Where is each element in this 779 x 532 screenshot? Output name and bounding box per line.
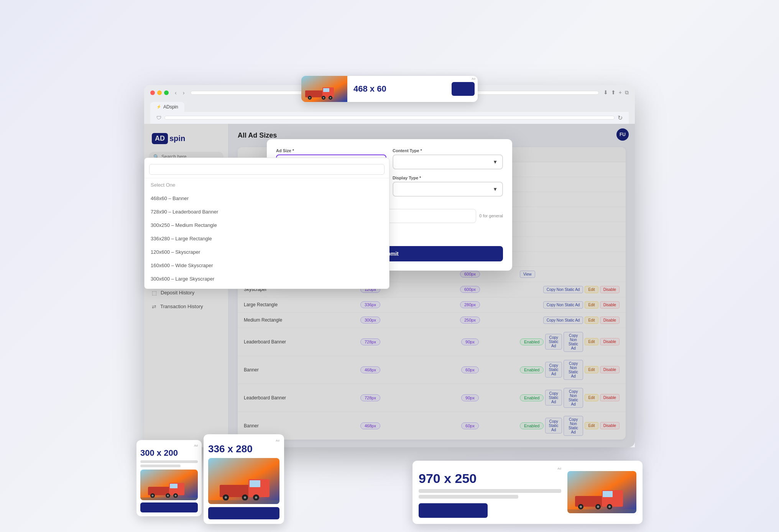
small-ad-cta	[140, 502, 198, 512]
modal-overlay: Ad Size * Select One ▲ Content Type * ▼	[144, 124, 635, 447]
dropdown-search-container	[145, 161, 389, 178]
content-type-label: Content Type *	[393, 148, 503, 153]
dropdown-option-2[interactable]: 728x90 – Leaderboard Banner	[145, 205, 389, 218]
wide-ad-label: Ad	[419, 467, 561, 470]
dropdown-option-3[interactable]: 300x250 – Medium Rectangle	[145, 218, 389, 232]
svg-rect-42	[567, 509, 636, 513]
svg-point-39	[597, 506, 599, 508]
wide-ad-content: Ad 970 x 250	[419, 467, 561, 518]
svg-point-15	[152, 494, 154, 496]
traffic-lights	[150, 90, 169, 95]
medium-ad-size: 336 x 280	[208, 443, 279, 455]
svg-point-37	[580, 506, 582, 508]
content-type-group: Content Type * ▼	[393, 148, 503, 169]
svg-rect-24	[250, 480, 260, 487]
banner-ad-size: 468 x 60	[353, 84, 386, 94]
banner-ad-image	[301, 76, 347, 102]
new-tab-icon[interactable]: +	[619, 89, 622, 96]
svg-rect-35	[603, 491, 613, 497]
url-bar[interactable]	[164, 116, 615, 120]
chevron-down-icon: ▼	[493, 159, 498, 165]
ad-size-label: Ad Size *	[276, 148, 386, 153]
small-ad-line-1	[140, 460, 198, 463]
address-bar-row: 🛡 ↻	[150, 112, 629, 124]
medium-ad-widget: Ad 336 x 280	[204, 434, 284, 524]
modal-dialog: Ad Size * Select One ▲ Content Type * ▼	[267, 139, 512, 271]
small-ad-line-2	[140, 465, 181, 467]
wide-ad-cta	[419, 503, 488, 518]
svg-rect-31	[208, 500, 279, 504]
security-icon: 🛡	[156, 115, 161, 121]
display-type-select[interactable]: ▼	[393, 182, 503, 197]
display-type-label: Display Type *	[393, 176, 503, 180]
dropdown-option-4[interactable]: 336x280 – Large Rectangle	[145, 232, 389, 245]
wide-ad-line-1	[419, 489, 561, 493]
amount-hint: 0 for general	[479, 213, 503, 218]
svg-point-26	[225, 496, 227, 499]
svg-point-9	[330, 97, 331, 99]
maximize-button[interactable]	[164, 90, 169, 95]
ad-size-dropdown: Select One 468x60 – Banner 728x90 – Lead…	[144, 158, 390, 289]
banner-ad-label: Ad	[472, 77, 475, 80]
medium-ad-cta	[208, 507, 279, 519]
browser-actions: ⬇ ⬆ + ⧉	[603, 89, 629, 96]
svg-point-30	[255, 496, 257, 499]
dropdown-option-6[interactable]: 160x600 – Wide Skyscraper	[145, 259, 389, 272]
content-type-select[interactable]: ▼	[393, 154, 503, 169]
svg-point-41	[608, 506, 611, 508]
dropdown-option-1[interactable]: 468x60 – Banner	[145, 192, 389, 205]
wide-ad-widget: Ad 970 x 250	[413, 461, 643, 524]
tab-label: ADspin	[163, 104, 178, 110]
svg-point-28	[244, 496, 246, 499]
small-ad-widget: Ad 300 x 200	[136, 440, 202, 516]
tab-icon: ⚡	[156, 105, 161, 109]
tab-bar: ⚡ ADspin	[150, 102, 629, 112]
svg-point-5	[309, 97, 311, 99]
medium-ad-label: Ad	[208, 439, 279, 442]
reload-icon[interactable]: ↻	[618, 114, 623, 122]
banner-ad-cta[interactable]	[452, 82, 475, 96]
banner-ad-content: 468 x 60	[347, 84, 452, 94]
dropdown-search-input[interactable]	[149, 164, 385, 175]
svg-point-19	[175, 494, 177, 496]
dropdown-option-7[interactable]: 300x600 – Large Skyscraper	[145, 272, 389, 286]
svg-point-17	[167, 494, 169, 496]
close-button[interactable]	[150, 90, 155, 95]
active-tab[interactable]: ⚡ ADspin	[150, 102, 184, 112]
svg-rect-20	[140, 498, 198, 500]
download-icon[interactable]: ⬇	[603, 89, 608, 96]
small-ad-image	[140, 470, 198, 500]
svg-point-7	[323, 97, 324, 99]
svg-rect-13	[170, 484, 177, 488]
wide-ad-size: 970 x 250	[419, 471, 561, 486]
svg-rect-3	[323, 88, 329, 92]
dropdown-option-5[interactable]: 120x600 – Skyscraper	[145, 245, 389, 259]
browser-nav: ‹ ›	[173, 89, 186, 97]
medium-ad-image	[208, 458, 279, 504]
chevron-down-icon2: ▼	[493, 186, 498, 192]
share-icon[interactable]: ⬆	[611, 89, 616, 96]
copy-tab-icon[interactable]: ⧉	[625, 89, 629, 96]
wide-ad-line-2	[419, 495, 518, 499]
small-ad-label: Ad	[140, 444, 198, 447]
back-button[interactable]: ‹	[173, 89, 178, 97]
minimize-button[interactable]	[157, 90, 162, 95]
dropdown-placeholder[interactable]: Select One	[145, 178, 389, 192]
forward-button[interactable]: ›	[181, 89, 186, 97]
wide-ad-image	[567, 471, 636, 513]
display-type-group: Display Type * ▼	[393, 176, 503, 197]
small-ad-size: 300 x 200	[140, 448, 198, 458]
